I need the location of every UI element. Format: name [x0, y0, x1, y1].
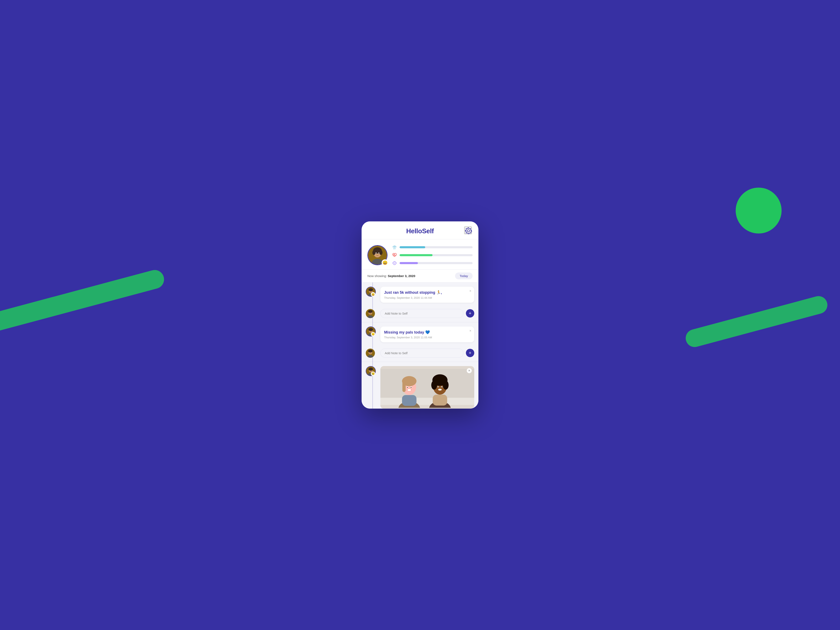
stat-row-heart	[392, 252, 472, 258]
bg-stripe-left	[0, 268, 166, 335]
svg-point-54	[443, 380, 448, 389]
post-card-1: × Just ran 5k without stopping 🏃, Thursd…	[381, 287, 474, 302]
post-close-1[interactable]: ×	[469, 289, 471, 293]
brain-icon	[392, 260, 398, 266]
bar-fill-brain	[399, 262, 418, 264]
svg-point-36	[368, 367, 373, 371]
note-input-2[interactable]	[381, 348, 463, 358]
feed-mood-3: 😢	[371, 372, 375, 376]
svg-point-13	[392, 246, 395, 248]
svg-point-5	[373, 250, 376, 255]
bar-track-heart	[399, 254, 472, 256]
svg-point-9	[376, 253, 377, 254]
note-avatar-svg-1	[366, 309, 375, 318]
add-note-button-1[interactable]: +	[466, 309, 474, 318]
today-button[interactable]: Today	[455, 272, 472, 279]
svg-rect-43	[403, 381, 406, 392]
heart-icon	[392, 252, 398, 258]
svg-point-14	[395, 246, 396, 248]
post-close-2[interactable]: ×	[469, 329, 471, 333]
avatar-wrapper: 😄	[368, 245, 387, 265]
post-close-3[interactable]: ×	[467, 368, 472, 373]
post-card-2: × Missing my pals today 💙 Thursday, Sept…	[381, 326, 474, 342]
stat-row-brain	[392, 260, 472, 266]
svg-point-48	[407, 389, 411, 391]
post-time-1: Thursday, September 3, 2020 11:44 AM	[384, 296, 471, 299]
note-avatar-1	[366, 309, 375, 318]
feed-mood-1: 😄	[371, 292, 375, 297]
bar-track-weather	[399, 246, 472, 248]
svg-point-10	[379, 253, 379, 254]
svg-point-59	[438, 389, 442, 391]
date-row: Now showing: September 3, 2020 Today	[362, 269, 478, 282]
svg-point-32	[368, 350, 373, 353]
profile-mood-emoji: 😄	[382, 259, 388, 266]
svg-rect-49	[402, 395, 417, 406]
gear-icon	[465, 227, 472, 235]
svg-rect-60	[433, 395, 447, 405]
svg-point-6	[379, 250, 382, 255]
feed-item-1: 😄 × Just ran 5k without stopping 🏃, Thur…	[362, 282, 478, 307]
app-title: HelloSelf	[406, 227, 434, 235]
svg-point-0	[467, 230, 470, 232]
note-input-1[interactable]	[381, 309, 463, 318]
svg-point-53	[431, 380, 437, 389]
post-time-2: Thursday, September 3, 2020 11:05 AM	[384, 336, 471, 339]
friends-photo-svg	[381, 366, 474, 408]
svg-point-46	[407, 387, 408, 388]
cloud-rain-icon	[392, 244, 397, 250]
bar-fill-heart	[399, 254, 433, 256]
svg-line-16	[394, 248, 395, 249]
stats-bars	[392, 244, 472, 266]
post-text-1: Just ran 5k without stopping 🏃,	[384, 290, 471, 295]
add-note-button-2[interactable]: +	[466, 349, 474, 357]
note-avatar-svg-2	[366, 348, 375, 358]
bg-stripe-right	[684, 294, 829, 349]
bg-circle	[736, 187, 782, 233]
phone-frame: HelloSelf	[362, 221, 478, 408]
feed-item-3: 😢 ×	[362, 362, 478, 409]
feed-mood-2: 😞	[371, 332, 375, 337]
date-value: September 3, 2020	[388, 274, 415, 278]
settings-button[interactable]	[464, 227, 472, 234]
post-text-2: Missing my pals today 💙	[384, 330, 471, 335]
feed-item-2: 😞 × Missing my pals today 💙 Thursday, Se…	[362, 322, 478, 346]
note-row-1: +	[362, 307, 478, 322]
feed: 😄 × Just ran 5k without stopping 🏃, Thur…	[362, 282, 478, 408]
svg-point-47	[411, 387, 411, 388]
weather-icon	[392, 244, 398, 250]
note-row-2: +	[362, 346, 478, 362]
date-text: Now showing: September 3, 2020	[368, 274, 415, 278]
stat-row-weather	[392, 244, 472, 250]
post-card-image-3: ×	[381, 366, 474, 409]
bar-track-brain	[399, 262, 472, 264]
svg-point-20	[368, 288, 373, 291]
svg-rect-39	[381, 369, 474, 398]
svg-point-28	[368, 328, 373, 331]
svg-point-24	[368, 310, 373, 313]
date-prefix: Now showing:	[368, 274, 388, 278]
svg-point-57	[438, 386, 439, 387]
svg-line-15	[393, 248, 394, 249]
brain-svg-icon	[392, 260, 397, 266]
app-header: HelloSelf	[362, 221, 478, 239]
note-avatar-2	[366, 348, 375, 358]
profile-section: 😄	[362, 239, 478, 269]
svg-point-58	[441, 386, 442, 387]
feed-scroll: 😄 × Just ran 5k without stopping 🏃, Thur…	[362, 282, 478, 408]
heart-rate-icon	[392, 252, 397, 258]
bar-fill-weather	[399, 246, 425, 248]
